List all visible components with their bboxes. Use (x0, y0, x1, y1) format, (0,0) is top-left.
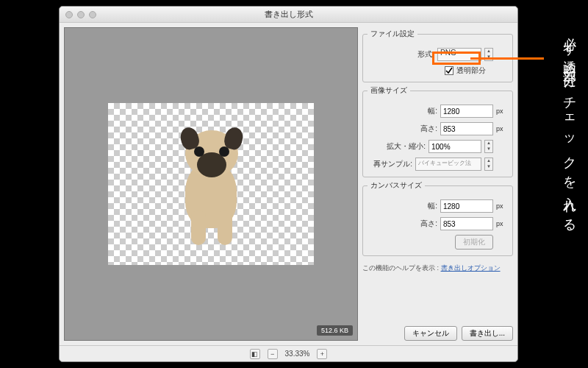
crop-icon[interactable]: ◧ (250, 349, 260, 359)
file-settings-group: ファイル設定 形式: PNG ▲▼ 透明部分 (362, 29, 513, 82)
dialog-title: 書き出し形式 (60, 9, 517, 20)
zoom-icon[interactable] (89, 11, 96, 18)
side-panel: ファイル設定 形式: PNG ▲▼ 透明部分 画像サイズ 幅: (362, 27, 513, 341)
resample-select[interactable]: バイキュービック法 (415, 158, 481, 171)
annotation-arrow (470, 57, 544, 60)
image-size-legend: 画像サイズ (368, 85, 410, 96)
img-width-label: 幅: (395, 106, 437, 116)
preview-pane: 512.6 KB (64, 27, 358, 341)
zoom-in-icon[interactable]: + (317, 349, 327, 359)
zoom-bar: ◧ − 33.33% + (60, 345, 517, 361)
footer-buttons: キャンセル 書き出し... (362, 322, 513, 341)
unit-px: px (496, 107, 508, 115)
img-height-label: 高さ: (395, 124, 437, 134)
help-prefix: この機能のヘルプを表示 : (362, 264, 441, 272)
help-link[interactable]: 書き出しオプション (441, 264, 501, 272)
cancel-button[interactable]: キャンセル (404, 326, 457, 341)
format-label: 形式: (392, 49, 434, 60)
transparency-checker (108, 103, 314, 265)
img-width-input[interactable] (440, 105, 493, 118)
transparency-checkbox[interactable] (445, 66, 453, 75)
preview-image (163, 121, 259, 247)
minimize-icon[interactable] (77, 11, 85, 18)
export-dialog: 書き出し形式 512.6 KB ファイル設定 形式: (59, 6, 518, 362)
dialog-body: 512.6 KB ファイル設定 形式: PNG ▲▼ 透明部分 (60, 23, 517, 345)
annotation-text: 必ず透明部分にチェックを入れる (563, 26, 576, 229)
scale-stepper[interactable]: ▲▼ (484, 140, 493, 153)
reset-button[interactable]: 初期化 (455, 235, 493, 250)
resample-label: 再サンプル: (370, 159, 412, 169)
cv-width-label: 幅: (395, 201, 437, 211)
scale-input[interactable] (429, 140, 481, 153)
cv-width-input[interactable] (440, 199, 493, 213)
image-size-group: 画像サイズ 幅: px 高さ: px 拡大・縮小: ▲▼ (362, 85, 513, 177)
transparency-label: 透明部分 (456, 66, 486, 76)
resample-stepper[interactable]: ▲▼ (484, 158, 493, 171)
scale-label: 拡大・縮小: (383, 141, 426, 152)
transparency-row: 透明部分 (368, 66, 508, 76)
img-height-input[interactable] (440, 122, 493, 135)
unit-px: px (496, 220, 508, 227)
help-row: この機能のヘルプを表示 : 書き出しオプション (362, 263, 513, 273)
unit-px: px (496, 125, 508, 132)
titlebar: 書き出し形式 (60, 7, 517, 23)
close-icon[interactable] (65, 11, 73, 18)
canvas-size-legend: カンバスサイズ (368, 180, 425, 191)
cv-height-label: 高さ: (395, 219, 437, 229)
unit-px: px (496, 202, 508, 210)
filesize-badge: 512.6 KB (317, 325, 353, 336)
zoom-out-icon[interactable]: − (268, 349, 278, 359)
check-icon (445, 67, 453, 74)
window-controls (65, 11, 96, 18)
file-settings-legend: ファイル設定 (368, 29, 417, 39)
canvas-size-group: カンバスサイズ 幅: px 高さ: px 初期化 (362, 180, 513, 256)
export-button[interactable]: 書き出し... (462, 326, 513, 341)
cv-height-input[interactable] (440, 217, 493, 230)
zoom-level: 33.33% (285, 350, 310, 358)
